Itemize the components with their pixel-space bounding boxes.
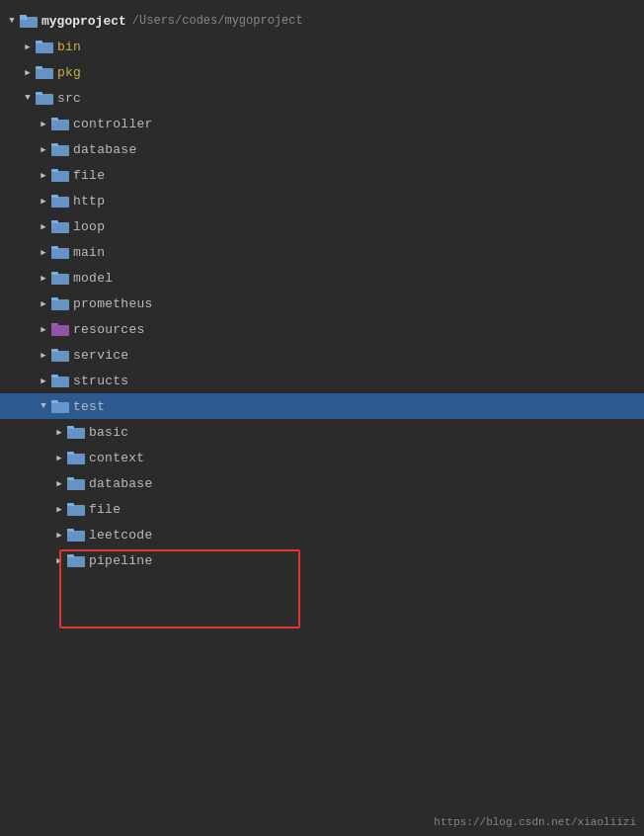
tree-item-main[interactable]: main: [0, 239, 644, 265]
svg-rect-21: [51, 274, 69, 285]
folder-icon-pipeline: [67, 553, 85, 567]
controller-label: controller: [73, 117, 153, 131]
folder-icon-prometheus: [51, 296, 69, 310]
test-label: test: [73, 399, 105, 414]
svg-rect-37: [67, 479, 85, 490]
tree-item-model[interactable]: model: [0, 265, 644, 291]
tree-item-controller[interactable]: controller: [0, 111, 644, 136]
svg-rect-22: [51, 272, 58, 275]
folder-icon-main: [51, 245, 69, 259]
folder-icon-leetcode: [67, 528, 85, 542]
service-label: service: [73, 348, 128, 363]
svg-rect-16: [51, 195, 58, 198]
folder-icon-controller: [51, 117, 69, 130]
svg-rect-11: [51, 145, 69, 156]
prometheus-label: prometheus: [73, 296, 153, 311]
arrow-http: [36, 193, 51, 209]
arrow-root: [4, 13, 20, 29]
root-path: /Users/codes/mygoproject: [132, 14, 303, 28]
arrow-bin: [20, 39, 36, 54]
tree-item-database2[interactable]: database: [0, 470, 644, 496]
arrow-context: [51, 450, 67, 465]
svg-rect-26: [51, 323, 58, 326]
tree-item-bin[interactable]: bin: [0, 34, 644, 59]
bin-label: bin: [57, 40, 81, 54]
arrow-pkg: [20, 64, 36, 80]
file-tree: mygoproject /Users/codes/mygoproject bin…: [0, 0, 644, 581]
folder-icon-structs: [51, 374, 69, 387]
root-label: mygoproject: [41, 14, 126, 29]
arrow-pipeline: [51, 552, 67, 568]
svg-rect-39: [67, 505, 85, 516]
tree-item-pipeline[interactable]: pipeline: [0, 547, 644, 573]
tree-item-file1[interactable]: file: [0, 162, 644, 188]
svg-rect-4: [36, 41, 42, 43]
svg-rect-17: [51, 222, 69, 233]
folder-icon-pkg: [36, 65, 53, 79]
svg-rect-32: [51, 400, 58, 403]
folder-icon-src: [36, 91, 53, 105]
database2-label: database: [89, 476, 153, 491]
folder-icon-context: [67, 451, 85, 464]
svg-rect-13: [51, 171, 69, 182]
tree-item-test[interactable]: test: [0, 393, 644, 419]
arrow-database2: [51, 475, 67, 491]
svg-rect-38: [67, 477, 74, 480]
folder-icon-model: [51, 271, 69, 285]
arrow-file1: [36, 167, 51, 183]
folder-icon-bin: [36, 40, 53, 53]
loop-label: loop: [73, 219, 105, 234]
folder-icon-test: [51, 399, 69, 413]
arrow-leetcode: [51, 527, 67, 543]
arrow-database1: [36, 141, 51, 157]
arrow-file2: [51, 501, 67, 517]
arrow-controller: [36, 116, 51, 131]
tree-item-structs[interactable]: structs: [0, 368, 644, 393]
arrow-prometheus: [36, 295, 51, 311]
tree-item-resources[interactable]: resources: [0, 316, 644, 342]
folder-icon-basic: [67, 425, 85, 439]
tree-item-root[interactable]: mygoproject /Users/codes/mygoproject: [0, 8, 644, 34]
tree-item-src[interactable]: src: [0, 85, 644, 111]
tree-item-database1[interactable]: database: [0, 136, 644, 162]
tree-item-prometheus[interactable]: prometheus: [0, 291, 644, 316]
tree-item-pkg[interactable]: pkg: [0, 59, 644, 85]
svg-rect-6: [36, 66, 42, 69]
svg-rect-29: [51, 376, 69, 387]
svg-rect-43: [67, 556, 85, 567]
folder-icon-service: [51, 348, 69, 362]
folder-icon-database2: [67, 476, 85, 490]
svg-rect-27: [51, 351, 69, 362]
context-label: context: [89, 451, 144, 465]
svg-rect-2: [20, 15, 27, 18]
arrow-loop: [36, 218, 51, 234]
folder-icon-file1: [51, 168, 69, 182]
svg-rect-14: [51, 169, 58, 172]
svg-rect-10: [51, 118, 58, 121]
svg-rect-44: [67, 554, 74, 557]
svg-rect-30: [51, 375, 58, 377]
folder-icon-database1: [51, 142, 69, 156]
svg-rect-24: [51, 297, 58, 300]
model-label: model: [73, 271, 113, 286]
tree-item-http[interactable]: http: [0, 188, 644, 213]
arrow-basic: [51, 424, 67, 440]
svg-rect-28: [51, 349, 58, 352]
folder-icon-file2: [67, 502, 85, 516]
tree-item-context[interactable]: context: [0, 445, 644, 470]
basic-label: basic: [89, 425, 128, 440]
file2-label: file: [89, 502, 121, 517]
tree-item-service[interactable]: service: [0, 342, 644, 368]
leetcode-label: leetcode: [89, 528, 153, 543]
tree-item-file2[interactable]: file: [0, 496, 644, 522]
arrow-structs: [36, 373, 51, 388]
resources-label: resources: [73, 322, 145, 337]
arrow-service: [36, 347, 51, 363]
http-label: http: [73, 194, 105, 209]
tree-item-basic[interactable]: basic: [0, 419, 644, 445]
tree-item-loop[interactable]: loop: [0, 213, 644, 239]
main-label: main: [73, 245, 105, 260]
pkg-label: pkg: [57, 65, 81, 80]
tree-item-leetcode[interactable]: leetcode: [0, 522, 644, 547]
folder-icon-resources: [51, 322, 69, 336]
